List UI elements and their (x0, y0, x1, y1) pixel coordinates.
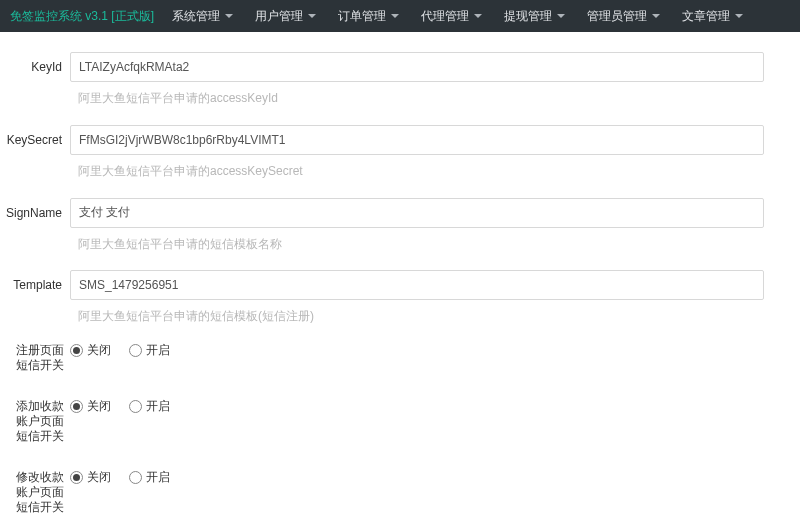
radio-icon (70, 400, 83, 413)
label-template: Template (0, 270, 70, 300)
switch-row: 添加收款账户页面短信开关关闭开启 (10, 399, 784, 444)
chevron-down-icon (735, 14, 743, 18)
radio-on[interactable]: 开启 (129, 398, 170, 415)
signname-input[interactable] (70, 198, 764, 228)
radio-icon (129, 344, 142, 357)
chevron-down-icon (652, 14, 660, 18)
help-keysecret: 阿里大鱼短信平台申请的accessKeySecret (78, 163, 784, 180)
keyid-input[interactable] (70, 52, 764, 82)
chevron-down-icon (391, 14, 399, 18)
switch-label: 修改收款账户页面短信开关 (10, 470, 70, 515)
label-keysecret: KeySecret (0, 125, 70, 155)
label-signname: SignName (0, 198, 70, 228)
radio-icon (129, 471, 142, 484)
radio-group: 关闭开启 (70, 342, 170, 359)
switch-label: 注册页面短信开关 (10, 343, 70, 373)
switch-row: 修改收款账户页面短信开关关闭开启 (10, 470, 784, 515)
nav-withdraw[interactable]: 提现管理 (504, 8, 565, 25)
nav-admin[interactable]: 管理员管理 (587, 8, 660, 25)
keysecret-input[interactable] (70, 125, 764, 155)
label-keyid: KeyId (0, 52, 70, 82)
radio-on[interactable]: 开启 (129, 342, 170, 359)
nav-system[interactable]: 系统管理 (172, 8, 233, 25)
nav-order[interactable]: 订单管理 (338, 8, 399, 25)
nav-agent[interactable]: 代理管理 (421, 8, 482, 25)
template-input[interactable] (70, 270, 764, 300)
nav-user[interactable]: 用户管理 (255, 8, 316, 25)
nav-article[interactable]: 文章管理 (682, 8, 743, 25)
help-template: 阿里大鱼短信平台申请的短信模板(短信注册) (78, 308, 784, 325)
radio-icon (129, 400, 142, 413)
radio-off[interactable]: 关闭 (70, 342, 111, 359)
help-signname: 阿里大鱼短信平台申请的短信模板名称 (78, 236, 784, 253)
radio-icon (70, 471, 83, 484)
chevron-down-icon (557, 14, 565, 18)
radio-off[interactable]: 关闭 (70, 398, 111, 415)
chevron-down-icon (474, 14, 482, 18)
chevron-down-icon (225, 14, 233, 18)
switch-row: 注册页面短信开关关闭开启 (10, 343, 784, 373)
chevron-down-icon (308, 14, 316, 18)
radio-group: 关闭开启 (70, 469, 170, 486)
switch-label: 添加收款账户页面短信开关 (10, 399, 70, 444)
brand-title: 免签监控系统 v3.1 [正式版] (10, 8, 154, 25)
radio-on[interactable]: 开启 (129, 469, 170, 486)
help-keyid: 阿里大鱼短信平台申请的accessKeyId (78, 90, 784, 107)
top-navbar: 免签监控系统 v3.1 [正式版] 系统管理 用户管理 订单管理 代理管理 提现… (0, 0, 800, 32)
radio-off[interactable]: 关闭 (70, 469, 111, 486)
form-content: KeyId 阿里大鱼短信平台申请的accessKeyId KeySecret 阿… (0, 32, 800, 524)
radio-icon (70, 344, 83, 357)
radio-group: 关闭开启 (70, 398, 170, 415)
